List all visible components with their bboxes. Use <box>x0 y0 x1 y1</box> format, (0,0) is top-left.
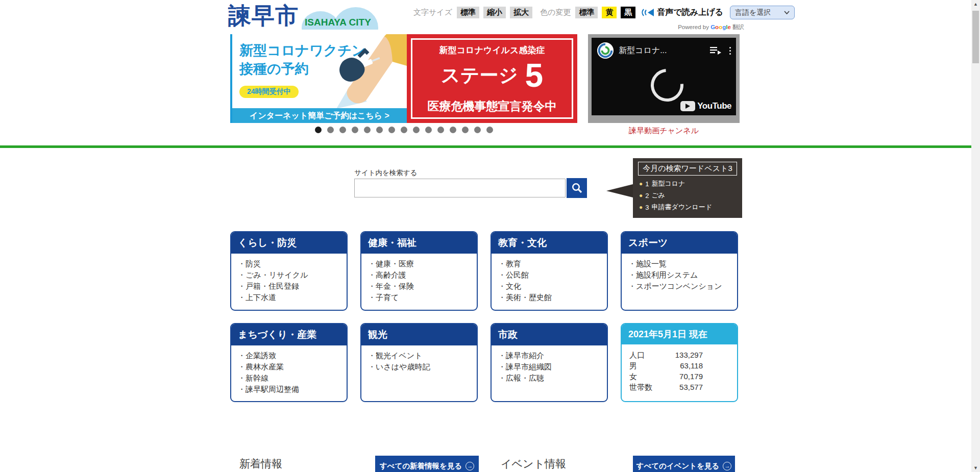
color-change-button[interactable]: 黄 <box>602 7 617 18</box>
category-card-title[interactable]: くらし・防災 <box>231 232 347 254</box>
category-card: スポーツ・施設一覧・施設利用システム・スポーツコンベンション <box>621 231 738 311</box>
category-link[interactable]: ・諫早市紹介 <box>498 350 600 361</box>
font-size-button[interactable]: 標準 <box>457 7 479 18</box>
category-card-title[interactable]: 観光 <box>361 324 477 345</box>
carousel-dot[interactable] <box>352 127 358 133</box>
population-stats-body: 人口133,297男63,118女70,179世帯数53,577 <box>622 344 737 398</box>
category-link[interactable]: ・高齢介護 <box>368 269 470 281</box>
carousel-dot[interactable] <box>401 127 407 133</box>
color-change-button[interactable]: 黒 <box>621 7 635 18</box>
category-link[interactable]: ・健康・医療 <box>368 258 470 269</box>
more-options-icon[interactable] <box>729 47 731 55</box>
carousel-dot[interactable] <box>474 127 481 133</box>
carousel-dot[interactable] <box>486 127 493 133</box>
search-word-label: ごみ <box>651 191 665 200</box>
top-search-words-list: ●1新型コロナ●2ごみ●3申請書ダウンロード <box>638 179 737 212</box>
category-card-title[interactable]: スポーツ <box>622 232 737 254</box>
category-link[interactable]: ・公民館 <box>498 269 600 281</box>
top-search-word-item[interactable]: ●1新型コロナ <box>639 179 736 188</box>
color-change-button[interactable]: 標準 <box>575 7 598 18</box>
youtube-logo-text: YouTube <box>697 101 731 111</box>
carousel-dot[interactable] <box>450 127 456 133</box>
search-button[interactable] <box>567 178 587 198</box>
bullet-icon: ● <box>639 192 643 199</box>
category-card-title[interactable]: 健康・福祉 <box>361 232 477 254</box>
category-card-body: ・施設一覧・施設利用システム・スポーツコンベンション <box>622 254 737 296</box>
category-link[interactable]: ・企業誘致 <box>238 350 340 361</box>
all-events-button[interactable]: すべてのイベントを見る → <box>633 456 735 472</box>
top-search-word-item[interactable]: ●2ごみ <box>639 191 736 200</box>
speaker-waves-icon <box>641 7 654 18</box>
category-link[interactable]: ・いさはや歳時記 <box>368 361 470 372</box>
category-link[interactable]: ・教育 <box>498 258 600 269</box>
font-size-button[interactable]: 拡大 <box>510 7 532 18</box>
category-link[interactable]: ・美術・歴史館 <box>498 292 600 303</box>
carousel-dot[interactable] <box>315 127 322 133</box>
video-title[interactable]: 新型コロナ... <box>619 45 705 56</box>
carousel-dot[interactable] <box>388 127 395 133</box>
carousel-dot[interactable] <box>462 127 469 133</box>
population-stats-row: 男63,118 <box>629 360 729 371</box>
circle-arrow-icon: → <box>723 462 731 470</box>
all-news-button[interactable]: すべての新着情報を見る → <box>375 456 479 472</box>
category-card-title[interactable]: 教育・文化 <box>492 232 607 254</box>
category-link[interactable]: ・観光イベント <box>368 350 470 361</box>
stat-label: 男 <box>629 360 663 371</box>
category-link[interactable]: ・上下水道 <box>238 292 340 303</box>
events-section-heading: イベント情報 <box>501 457 566 471</box>
playlist-icon[interactable] <box>710 46 722 55</box>
scrollbar-thumb[interactable] <box>972 11 979 63</box>
carousel-slide-covid-stage-alert[interactable]: 新型コロナウイルス感染症 ステージ 5 医療危機事態宣言発令中 <box>407 34 577 123</box>
all-news-button-label: すべての新着情報を見る <box>380 461 462 471</box>
category-link[interactable]: ・防災 <box>238 258 340 269</box>
carousel-dot[interactable] <box>364 127 371 133</box>
carousel-dot[interactable] <box>413 127 420 133</box>
language-select[interactable]: 言語を選択 <box>730 6 795 19</box>
carousel-dot[interactable] <box>425 127 432 133</box>
scrollbar-up-arrow[interactable]: ▲ <box>971 2 980 7</box>
font-size-button[interactable]: 縮小 <box>483 7 506 18</box>
category-link[interactable]: ・年金・保険 <box>368 281 470 292</box>
news-section-heading: 新着情報 <box>239 457 282 471</box>
font-size-label: 文字サイズ <box>413 8 452 17</box>
category-card-title[interactable]: 市政 <box>492 324 607 345</box>
site-search-input[interactable] <box>354 179 566 197</box>
site-logo[interactable]: 諫早市 ISAHAYA CITY <box>228 3 378 30</box>
category-link[interactable]: ・広報・広聴 <box>498 372 600 384</box>
channel-avatar[interactable] <box>597 42 614 59</box>
carousel-dot[interactable] <box>376 127 383 133</box>
carousel-dot[interactable] <box>437 127 444 133</box>
vaccine-banner-reserve-link[interactable]: インターネット簡単ご予約はこちら > <box>232 108 407 123</box>
category-card-body: ・教育・公民館・文化・美術・歴史館 <box>492 254 607 308</box>
youtube-player[interactable]: 新型コロナ... YouTube <box>592 38 736 115</box>
top-search-word-item[interactable]: ●3申請書ダウンロード <box>639 203 736 212</box>
youtube-logo[interactable]: YouTube <box>680 101 731 111</box>
carousel-slide-vaccine-banner[interactable]: 新型コロナワクチン 接種の予約 24時間受付中 インターネット簡単ご予約はこちら… <box>230 34 407 123</box>
isahaya-city-homepage: 諫早市 ISAHAYA CITY 文字サイズ 標準縮小拡大 色の変更 標準黄黒 … <box>0 0 980 472</box>
top-search-words-box: 今月の検索ワードベスト3 ●1新型コロナ●2ごみ●3申請書ダウンロード <box>633 158 742 218</box>
page-scrollbar[interactable]: ▲ ▼ <box>971 0 980 472</box>
category-link[interactable]: ・戸籍・住民登録 <box>238 281 340 292</box>
stat-label: 女 <box>629 371 663 382</box>
site-logo-subtitle: ISAHAYA CITY <box>305 17 371 28</box>
category-link[interactable]: ・諫早駅周辺整備 <box>238 384 340 395</box>
category-link[interactable]: ・スポーツコンベンション <box>628 281 730 292</box>
video-channel-link[interactable]: 諫早動画チャンネル <box>588 126 740 136</box>
youtube-play-icon <box>680 101 695 111</box>
category-card-title[interactable]: まちづくり・産業 <box>231 324 347 345</box>
carousel-dot[interactable] <box>327 127 334 133</box>
category-link[interactable]: ・施設一覧 <box>628 258 730 269</box>
category-link[interactable]: ・文化 <box>498 281 600 292</box>
category-link[interactable]: ・農林水産業 <box>238 361 340 372</box>
category-link[interactable]: ・施設利用システム <box>628 269 730 281</box>
carousel-dot[interactable] <box>339 127 346 133</box>
scrollbar-down-arrow[interactable]: ▼ <box>971 465 980 470</box>
category-link[interactable]: ・ごみ・リサイクル <box>238 269 340 281</box>
stat-label: 世帯数 <box>629 382 663 392</box>
category-link[interactable]: ・新幹線 <box>238 372 340 384</box>
category-link[interactable]: ・子育て <box>368 292 470 303</box>
text-to-speech-button[interactable]: 音声で読み上げる <box>641 7 723 18</box>
population-stats-date: 2021年5月1日 現在 <box>622 324 737 344</box>
covid-alert-line1: 新型コロナウイルス感染症 <box>439 44 545 56</box>
category-link[interactable]: ・諫早市組織図 <box>498 361 600 372</box>
